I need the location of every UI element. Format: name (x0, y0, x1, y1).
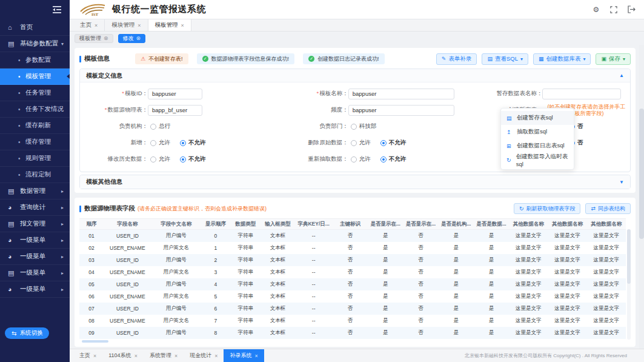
caret-down-icon: ▾ (520, 56, 523, 62)
toolbar-button[interactable]: 创建数据库表 ▾ (533, 53, 591, 65)
text-input[interactable] (542, 89, 621, 99)
sidebar-item[interactable]: 模板管理 (0, 69, 70, 85)
table-cell: 文本框 (261, 315, 294, 327)
table-cell: 文本框 (261, 278, 294, 290)
sidebar-item[interactable]: 参数配置 (0, 52, 70, 69)
logout-icon[interactable] (627, 5, 636, 14)
text-input[interactable] (148, 89, 202, 99)
breadcrumb-chip[interactable]: 修改 ⊗ (118, 34, 146, 43)
radio-option[interactable]: 科技部 (351, 122, 377, 130)
toolbar-button[interactable]: 查看SQL ▾ (482, 53, 528, 65)
bottom-tab[interactable]: 现金统计 × (184, 349, 224, 362)
table-row[interactable]: 04USER_ENAME用户英文名3字符串文本框--否是否是是这里是文字这里是文… (79, 266, 626, 278)
close-icon[interactable]: × (181, 22, 184, 28)
sidebar-item[interactable]: 缓存刷新 (0, 118, 70, 134)
radio-option[interactable]: 不允许 (380, 155, 407, 163)
close-icon[interactable]: × (214, 353, 217, 359)
sidebar-item[interactable]: 首页 (0, 19, 70, 36)
bottom-tab[interactable]: 主页 × (73, 349, 102, 362)
radio-option[interactable]: 允许 (351, 139, 371, 147)
radio-option[interactable]: 不允许 (180, 139, 206, 147)
sql-menu-item[interactable]: 抽取数据sql (501, 125, 574, 139)
close-icon[interactable]: × (254, 353, 257, 359)
table-cell: 这里是文字 (548, 242, 586, 254)
collapse-down-icon[interactable]: ▼ (619, 179, 624, 185)
sidebar-item[interactable]: 报文管理 (0, 216, 70, 232)
sidebar-item[interactable]: 一级菜单 (0, 232, 70, 249)
close-circle-icon[interactable]: ⊗ (136, 35, 141, 41)
fields-toolbar-button[interactable]: 刷新获取物理表字段 (514, 203, 581, 214)
table-horizontal-scrollbar[interactable] (79, 340, 626, 343)
bottom-tab[interactable]: 系统管理 × (144, 349, 184, 362)
radio-option[interactable]: 允许 (150, 139, 170, 147)
top-tab[interactable]: 模块管理 × (105, 19, 148, 31)
definition-panel-header[interactable]: 模板定义信息 ▲ (80, 69, 630, 82)
table-row[interactable]: 07USER_ID用户编号6字符串文本框--否是否是是这里是文字这里是文字这里是… (79, 303, 626, 315)
button-label: 刷新获取物理表字段 (526, 205, 575, 213)
sidebar-item[interactable]: 任务下发情况 (0, 101, 70, 118)
sidebar-item[interactable]: 规则管理 (0, 150, 70, 167)
sidebar-item[interactable]: 一级菜单 (0, 265, 70, 281)
bottom-tab[interactable]: 1104系统 × (102, 349, 144, 362)
text-input[interactable] (148, 105, 202, 116)
fields-toolbar-button[interactable]: 同步表结构 (585, 203, 631, 214)
radio-option[interactable]: 总行 (150, 122, 170, 130)
close-icon[interactable]: × (174, 353, 178, 359)
top-tab[interactable]: 模板管理 × (148, 19, 191, 31)
sidebar-item[interactable]: 查询统计 (0, 199, 70, 216)
fullscreen-icon[interactable] (609, 5, 618, 14)
field-label: 新增 (80, 139, 148, 147)
table-cell: 是 (439, 278, 474, 290)
sidebar-item[interactable]: 缓存管理 (0, 134, 70, 150)
other-info-panel-header[interactable]: 模板其他信息 ▼ (80, 175, 630, 189)
table-row[interactable]: 09USER_ID用户编号8字符串文本框--否是否是是这里是文字这里是文字这里是… (79, 327, 626, 339)
toolbar-button[interactable]: 表单补录 ▾ (436, 53, 477, 65)
table-cell: 这里是文字 (587, 278, 626, 290)
page-scrollbar[interactable] (639, 45, 644, 349)
collapse-up-icon[interactable]: ▲ (619, 73, 624, 78)
sidebar-item[interactable]: 基础参数配置 (0, 36, 70, 52)
close-icon[interactable]: × (138, 22, 141, 28)
close-icon[interactable]: × (93, 353, 96, 359)
table-cell: 用户英文名 (151, 266, 201, 278)
settings-gear-icon[interactable]: ⚙ (592, 5, 600, 14)
toolbar-button[interactable]: 保存 ▾ (596, 53, 631, 65)
sidebar-item[interactable]: 一级菜单 (0, 281, 70, 298)
radio-option[interactable]: 允许 (351, 155, 371, 163)
system-switch-button[interactable]: 系统切换 (5, 327, 49, 339)
table-row[interactable]: 01USER_ID用户编号0字符串文本框--否是否是是这里是文字这里是文字这里是… (79, 230, 626, 242)
menu-collapse-icon[interactable] (51, 5, 62, 14)
sidebar-item[interactable]: 任务管理 (0, 85, 70, 101)
sidebar-item-icon (8, 236, 20, 244)
radio-option[interactable]: 不允许 (180, 155, 206, 163)
radio-option[interactable]: 允许 (150, 155, 170, 163)
bottom-tab[interactable]: 补录系统 × (224, 349, 264, 362)
table-cell: -- (295, 290, 333, 303)
table-cell: -- (295, 230, 333, 242)
sidebar-item[interactable]: 一级菜单 (0, 249, 70, 265)
sql-menu-item[interactable]: 创建数据导入临时表sql (501, 153, 574, 167)
table-cell: -- (295, 266, 333, 278)
svg-text:IST: IST (91, 12, 99, 17)
text-input[interactable] (348, 89, 454, 99)
sidebar-item[interactable]: 数据管理 (0, 183, 70, 199)
table-row[interactable]: 06USER_ENAME用户英文名5字符串文本框--否是否是是这里是文字这里是文… (79, 290, 626, 303)
table-vertical-scrollbar[interactable] (627, 229, 631, 340)
text-input[interactable] (348, 105, 454, 116)
table-cell: 文本框 (261, 266, 294, 278)
table-row[interactable]: 03USER_ID用户编号2字符串文本框--否是否是是这里是文字这里是文字这里是… (79, 254, 626, 266)
radio-option[interactable]: 不允许 (380, 139, 407, 147)
sql-menu-item[interactable]: 创建暂存表sql (501, 111, 574, 125)
table-row[interactable]: 05USER_ID用户编号4字符串文本框--否是否是是这里是文字这里是文字这里是… (79, 278, 626, 290)
table-cell: USER_ENAME (104, 290, 151, 303)
close-icon[interactable]: × (134, 353, 138, 359)
close-icon[interactable]: × (95, 22, 98, 28)
radio-label: 允许 (159, 155, 170, 163)
table-row[interactable]: 08USER_ENAME用户英文名7字符串文本框--否是否是是这里是文字这里是文… (79, 315, 626, 327)
top-tab[interactable]: 主页 × (73, 19, 105, 31)
table-row[interactable]: 02USER_ENAME用户英文名1字符串文本框--否是否是是这里是文字这里是文… (79, 242, 626, 254)
close-circle-icon[interactable]: ⊗ (104, 35, 108, 41)
sidebar-item[interactable]: 流程定制 (0, 167, 70, 183)
sql-menu-item[interactable]: 创建数据日志表sql (501, 139, 574, 153)
breadcrumb-chip[interactable]: 模板管理 ⊗ (75, 34, 113, 43)
